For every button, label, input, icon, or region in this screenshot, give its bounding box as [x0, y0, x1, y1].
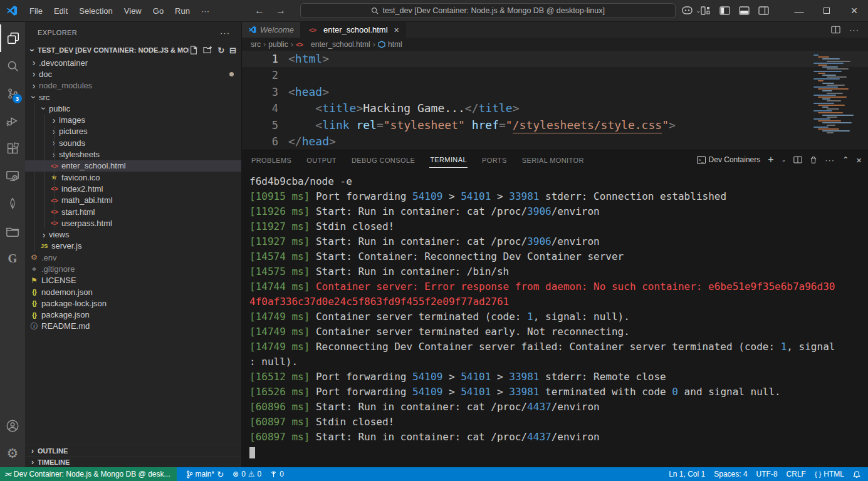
- tree-item-start-html[interactable]: <>start.html: [25, 206, 241, 217]
- tree-item--devcontainer[interactable]: ›.devcontainer: [25, 57, 241, 68]
- settings-gear-icon[interactable]: ⚙: [0, 440, 25, 467]
- tree-item-public[interactable]: ›public: [25, 103, 241, 114]
- tree-item-userpass-html[interactable]: <>userpass.html: [25, 217, 241, 229]
- breadcrumb-src[interactable]: src: [251, 40, 261, 49]
- panel-tab-problems[interactable]: PROBLEMS: [251, 152, 292, 168]
- collapse-folders-icon[interactable]: ⊟: [229, 46, 236, 55]
- tree-item-pictures[interactable]: ›pictures: [25, 126, 241, 137]
- editor-more-actions-icon[interactable]: ···: [849, 25, 859, 34]
- notifications-bell[interactable]: [849, 470, 868, 478]
- tree-item-doc[interactable]: ›doc: [25, 68, 241, 80]
- encoding-status[interactable]: UTF-8: [752, 470, 782, 478]
- tree-item--env[interactable]: ⚙.env: [25, 252, 241, 263]
- menu-go[interactable]: Go: [147, 6, 169, 16]
- tree-item-enter-school-html[interactable]: <>enter_school.html: [25, 160, 241, 172]
- code-editor[interactable]: 1<html>23<head>4 <title>Hacking Game...<…: [242, 51, 868, 150]
- tree-item-stylesheets[interactable]: ›stylesheets: [25, 148, 241, 160]
- tab-welcome[interactable]: Welcome: [242, 22, 301, 38]
- command-center-search[interactable]: test_dev [Dev Container: Node.js & Mongo…: [300, 3, 676, 18]
- menu-edit[interactable]: Edit: [48, 6, 73, 16]
- tree-item-images[interactable]: ›images: [25, 114, 241, 125]
- menu-selection[interactable]: Selection: [73, 6, 118, 16]
- tree-item-views[interactable]: ›views: [25, 229, 241, 240]
- eol-status[interactable]: CRLF: [782, 470, 810, 478]
- forward-arrow-icon[interactable]: →: [270, 5, 291, 16]
- code-line-4[interactable]: 4 <title>Hacking Game...</title>: [242, 100, 868, 116]
- close-panel-icon[interactable]: ×: [856, 155, 862, 165]
- toggle-sidebar-icon[interactable]: [719, 6, 730, 15]
- back-arrow-icon[interactable]: ←: [249, 5, 270, 16]
- outline-section[interactable]: ›OUTLINE: [25, 445, 241, 456]
- customize-layout-icon[interactable]: [701, 6, 711, 15]
- code-line-1[interactable]: 1<html>: [242, 51, 868, 67]
- minimap[interactable]: [812, 52, 865, 135]
- breadcrumb-file[interactable]: enter_school.html: [311, 40, 370, 49]
- tree-item-nodemon-json[interactable]: {}nodemon.json: [25, 286, 241, 297]
- code-line-5[interactable]: 5 <link rel="stylesheet" href="/styleshe…: [242, 117, 868, 133]
- search-icon[interactable]: [0, 52, 25, 80]
- tree-item-favicon-ico[interactable]: ★favicon.ico: [25, 172, 241, 183]
- tree-item-server-js[interactable]: JSserver.js: [25, 240, 241, 252]
- terminal-dropdown-icon[interactable]: ⌄: [782, 157, 787, 163]
- maximize-button[interactable]: [813, 0, 840, 22]
- source-control-icon[interactable]: 3: [0, 80, 25, 107]
- tree-item-node-modules[interactable]: ›node_modules: [25, 80, 241, 91]
- explorer-more-actions-icon[interactable]: ···: [220, 28, 230, 38]
- mongodb-icon[interactable]: [0, 190, 25, 217]
- tree-item--gitignore[interactable]: ◆.gitignore: [25, 263, 241, 274]
- close-tab-icon[interactable]: ×: [394, 25, 399, 35]
- problems-status[interactable]: ⊗ 0 ⚠ 0: [228, 470, 266, 478]
- breadcrumb-public[interactable]: public: [268, 40, 288, 49]
- menu-run[interactable]: Run: [169, 6, 196, 16]
- timeline-section[interactable]: ›TIMELINE: [25, 456, 241, 467]
- kill-terminal-icon[interactable]: [810, 156, 817, 164]
- breadcrumb[interactable]: src› public› <> enter_school.html› html: [242, 38, 868, 51]
- new-terminal-icon[interactable]: +: [768, 154, 773, 165]
- tree-item-package-lock-json[interactable]: {}package-lock.json: [25, 297, 241, 309]
- tree-item-package-json[interactable]: {}package.json: [25, 309, 241, 321]
- menu-view[interactable]: View: [118, 6, 147, 16]
- split-terminal-icon[interactable]: [793, 156, 802, 163]
- terminal-output[interactable]: f6d4b9cba/node -e[10915 ms] Port forward…: [242, 169, 868, 467]
- tree-item-sounds[interactable]: ›sounds: [25, 137, 241, 148]
- remote-indicator[interactable]: >< Dev Container: Node.js & Mongo DB @ d…: [0, 467, 177, 481]
- docker-explorer-icon[interactable]: [0, 217, 25, 245]
- extensions-icon[interactable]: [0, 135, 25, 162]
- panel-tab-ports[interactable]: PORTS: [481, 152, 508, 168]
- gitlens-icon[interactable]: G: [0, 245, 25, 272]
- tab-enter-school[interactable]: <> enter_school.html ×: [301, 22, 406, 38]
- tree-item-readme-md[interactable]: ⓘREADME.md: [25, 321, 241, 332]
- toggle-panel-icon[interactable]: [739, 6, 750, 15]
- indentation-status[interactable]: Spaces: 4: [709, 470, 751, 478]
- minimize-button[interactable]: —: [785, 0, 813, 22]
- new-file-icon[interactable]: [189, 46, 198, 54]
- menu-more[interactable]: ···: [196, 6, 215, 16]
- panel-tab-terminal[interactable]: TERMINAL: [429, 152, 468, 168]
- cursor-position[interactable]: Ln 1, Col 1: [664, 470, 709, 478]
- panel-tab-debug-console[interactable]: DEBUG CONSOLE: [351, 152, 416, 168]
- accounts-icon[interactable]: [0, 412, 25, 440]
- code-line-6[interactable]: 6</head>: [242, 133, 868, 150]
- code-line-3[interactable]: 3<head>: [242, 84, 868, 100]
- panel-more-actions-icon[interactable]: ···: [825, 155, 835, 165]
- maximize-panel-icon[interactable]: ⌃: [842, 155, 849, 164]
- tree-item-license[interactable]: ⚑LICENSE: [25, 275, 241, 286]
- project-root-row[interactable]: › TEST_DEV [DEV CONTAINER: NODE.JS & MON…: [25, 43, 241, 57]
- refresh-icon[interactable]: ↻: [217, 46, 224, 55]
- remote-explorer-icon[interactable]: [0, 162, 25, 190]
- ports-status[interactable]: 0: [266, 470, 288, 478]
- breadcrumb-symbol[interactable]: html: [388, 40, 402, 49]
- panel-tab-serial-monitor[interactable]: SERIAL MONITOR: [521, 152, 585, 168]
- copilot-menu[interactable]: ⌄: [682, 6, 701, 15]
- git-branch-status[interactable]: main* ↻: [182, 470, 229, 479]
- tree-item-index2-html[interactable]: <>index2.html: [25, 183, 241, 194]
- tree-item-src[interactable]: ›src: [25, 91, 241, 103]
- toggle-secondary-sidebar-icon[interactable]: [758, 6, 769, 15]
- tree-item-math-abi-html[interactable]: <>math_abi.html: [25, 195, 241, 206]
- panel-tab-output[interactable]: OUTPUT: [306, 152, 337, 168]
- new-folder-icon[interactable]: [203, 46, 212, 54]
- split-editor-icon[interactable]: [831, 26, 840, 34]
- close-button[interactable]: ×: [840, 0, 868, 22]
- explorer-icon[interactable]: [0, 24, 25, 52]
- code-line-2[interactable]: 2: [242, 67, 868, 83]
